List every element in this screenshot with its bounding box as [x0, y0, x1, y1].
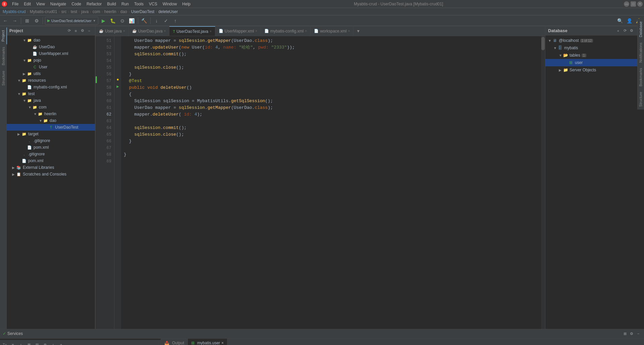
more-tabs-btn[interactable]: ▼ — [354, 29, 363, 33]
vtab-database[interactable]: Database — [637, 19, 644, 40]
tab-userdao-java[interactable]: ☕ UserDao.java × — [129, 26, 170, 36]
tree-item-pojo[interactable]: ▼ 📁 pojo — [7, 57, 95, 64]
services-expand-btn[interactable]: ⊞ — [622, 331, 628, 337]
tab-close-icon[interactable]: × — [348, 29, 350, 33]
tree-item-java[interactable]: ▼ 📁 java — [7, 97, 95, 104]
tree-item-dao[interactable]: ▼ 📁 dao — [7, 117, 95, 124]
run-btn[interactable]: ▶ — [100, 17, 108, 25]
breadcrumb-part-2[interactable]: src — [61, 9, 67, 14]
tree-item-userdaotest[interactable]: T UserDaoTest — [7, 124, 95, 131]
svc-btn-2[interactable]: ↑ — [17, 341, 24, 345]
db-item-tables[interactable]: ▼ 📂 tables 1 — [545, 52, 644, 59]
tab-workspace-xml[interactable]: 📄 workspace.xml × — [311, 26, 354, 36]
vcs-commit-btn[interactable]: ✓ — [162, 17, 170, 25]
tree-item-target[interactable]: ▶ 📁 target — [7, 131, 95, 137]
svc-btn-add[interactable]: + — [58, 341, 64, 345]
breadcrumb-part-6[interactable]: heerlin — [104, 9, 116, 14]
minimize-btn[interactable]: — — [624, 1, 629, 7]
breadcrumb-part-9[interactable]: deleteUser — [158, 9, 178, 14]
back-btn[interactable]: ← — [1, 17, 9, 25]
menu-item-tools[interactable]: Tools — [131, 1, 146, 7]
forward-btn[interactable]: → — [11, 17, 19, 25]
breadcrumb-part-7[interactable]: dao — [120, 9, 127, 14]
menu-item-navigate[interactable]: Navigate — [48, 1, 69, 7]
code-content[interactable]: UserDao mapper = sqlSession.getMapper(Us… — [121, 36, 541, 329]
menu-item-view[interactable]: View — [34, 1, 48, 7]
tab-userdaotest-java[interactable]: T UserDaoTest.java × — [169, 26, 215, 36]
menu-item-run[interactable]: Run — [119, 1, 131, 7]
db-refresh-btn[interactable]: ⟳ — [622, 28, 628, 34]
search-everywhere-btn[interactable]: 🔍 — [616, 17, 624, 25]
vtab-structure-right[interactable]: Structure — [637, 89, 644, 110]
code-editor[interactable]: 51 52 53 54 55 56 57 58 59 60 61 62 63 6… — [96, 36, 545, 329]
tree-item-utils[interactable]: ▶ 📁 utils — [7, 70, 95, 77]
sidebar-sync-btn[interactable]: ⟳ — [66, 28, 72, 34]
svc-btn-4[interactable]: ⊟ — [34, 341, 40, 345]
debug-btn[interactable]: 🐛 — [109, 17, 117, 25]
tree-item-gitignore-sub[interactable]: . .gitignore — [7, 137, 95, 144]
profile-btn[interactable]: 📊 — [128, 17, 136, 25]
settings-btn[interactable]: ⚙ — [33, 17, 41, 25]
vtab-project[interactable]: Project — [0, 27, 7, 44]
menu-item-refactor[interactable]: Refactor — [84, 1, 104, 7]
gutter-icon-58[interactable]: ▶ — [114, 83, 121, 90]
svc-btn-filter[interactable]: ⊛ — [42, 341, 48, 345]
menu-item-build[interactable]: Build — [104, 1, 119, 7]
tab-mybatis-config[interactable]: 📄 mybatis-config.xml × — [261, 26, 311, 36]
close-btn[interactable]: × — [637, 1, 643, 7]
db-item-localhost[interactable]: ▼ 🖥 @localhost 1 of 12 — [545, 37, 644, 44]
vtab-notifications[interactable]: Notifications — [637, 40, 644, 65]
menu-item-window[interactable]: Window — [160, 1, 180, 7]
tree-item-usermapper-xml[interactable]: 📄 UserMapper.xml — [7, 50, 95, 57]
menu-item-code[interactable]: Code — [69, 1, 84, 7]
user-avatar[interactable]: 👤 — [625, 17, 633, 25]
tab-close-icon[interactable]: × — [255, 29, 257, 33]
maximize-btn[interactable]: □ — [631, 1, 636, 7]
breadcrumb-part-8[interactable]: UserDaoTest — [131, 9, 154, 14]
editor-scrollbar[interactable] — [541, 36, 545, 329]
db-item-server-objects[interactable]: ▶ 📁 Server Objects — [545, 66, 644, 74]
tree-item-heerlin[interactable]: ▼ 📁 heerlin — [7, 111, 95, 117]
tree-item-userdao[interactable]: ☕ UserDao — [7, 44, 95, 50]
tab-close-icon[interactable]: × — [123, 29, 125, 33]
services-hide-btn[interactable]: − — [635, 331, 641, 337]
svc-btn-5[interactable]: ↕ — [50, 341, 56, 345]
run-config-selector[interactable]: ▶ UserDaoTest.deleteUser ▼ — [45, 17, 98, 25]
sidebar-hide-btn[interactable]: − — [86, 28, 92, 34]
breadcrumb-part-4[interactable]: java — [81, 9, 89, 14]
tree-item-test[interactable]: ▼ 📁 test — [7, 90, 95, 97]
project-structure-btn[interactable]: ⊞ — [23, 17, 31, 25]
vcs-push-btn[interactable]: ↑ — [171, 17, 179, 25]
vcs-update-btn[interactable]: ↓ — [153, 17, 161, 25]
svc-btn-1[interactable]: ≡ — [9, 341, 16, 345]
vtab-bookmarks[interactable]: Bookmarks — [0, 44, 7, 68]
tree-item-com[interactable]: ▼ 📁 com — [7, 104, 95, 111]
data-tab-output[interactable]: 📤 Output — [161, 339, 188, 345]
tree-item-pom-root[interactable]: 📄 pom.xml — [7, 157, 95, 164]
tab-close-icon[interactable]: × — [221, 341, 224, 345]
data-tab-mybatis-user[interactable]: ⊞ mybatis.user × — [188, 339, 227, 345]
tab-close-icon[interactable]: × — [305, 29, 307, 33]
vtab-bookmarks-right[interactable]: Bookmarks — [637, 65, 644, 89]
db-new-btn[interactable]: + — [615, 28, 621, 34]
sidebar-settings-btn[interactable]: ⚙ — [79, 28, 86, 34]
coverage-btn[interactable]: ⊙ — [118, 17, 126, 25]
tree-item-dao-root[interactable]: ▼ 📁 dao — [7, 37, 95, 44]
breadcrumb-part-3[interactable]: test — [71, 9, 77, 14]
tree-item-mybatis-config[interactable]: 📄 mybatis-config.xml — [7, 84, 95, 90]
menu-item-file[interactable]: File — [9, 1, 21, 7]
tree-item-external-libs[interactable]: ▶ 📚 External Libraries — [7, 164, 95, 171]
vtab-structure[interactable]: Structure — [0, 68, 7, 88]
breadcrumb-part-1[interactable]: Mybatis-crud01 — [30, 9, 57, 14]
build-btn[interactable]: 🔨 — [140, 17, 148, 25]
tab-close-icon[interactable]: × — [210, 29, 212, 33]
tree-item-scratches[interactable]: ▶ 📋 Scratches and Consoles — [7, 171, 95, 178]
menu-item-help[interactable]: Help — [179, 1, 193, 7]
tab-close-icon[interactable]: × — [164, 29, 166, 33]
db-item-mybatis[interactable]: ▼ 🗄 mybatis — [545, 44, 644, 52]
sidebar-collapse-btn[interactable]: ≡ — [73, 28, 79, 34]
services-settings-btn[interactable]: ⚙ — [629, 331, 635, 337]
tab-usermapper-xml[interactable]: 📄 UserMapper.xml × — [215, 26, 261, 36]
breadcrumb-part-0[interactable]: Myabtis-crud — [3, 9, 26, 14]
scrollbar-thumb[interactable] — [541, 37, 545, 50]
